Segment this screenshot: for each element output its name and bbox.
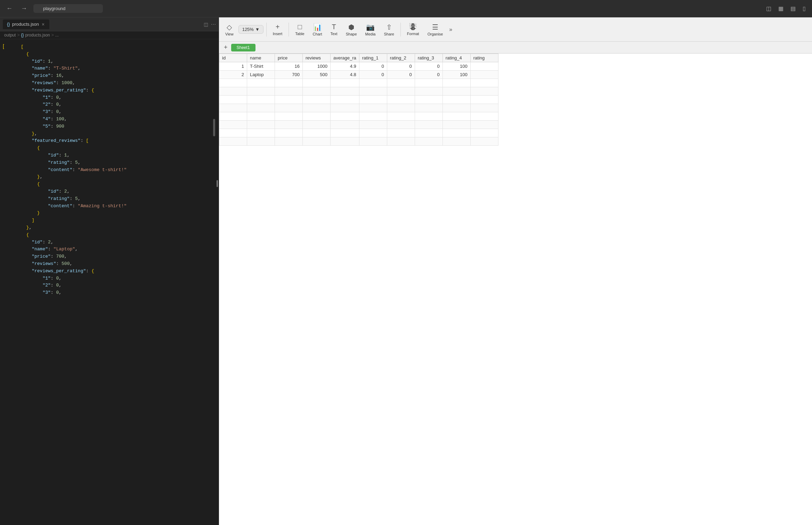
table-cell-empty[interactable]: [442, 79, 470, 87]
table-cell-empty[interactable]: [247, 112, 275, 121]
table-cell-empty[interactable]: [470, 87, 498, 96]
table-cell-empty[interactable]: [442, 104, 470, 112]
table-cell-empty[interactable]: [359, 96, 387, 104]
table-cell-empty[interactable]: [247, 137, 275, 146]
search-input[interactable]: [33, 4, 103, 13]
col-header-price[interactable]: price: [275, 54, 303, 62]
format-toolbar-item[interactable]: ⛇ Format: [404, 21, 423, 38]
table-cell-empty[interactable]: [219, 96, 247, 104]
table-cell-empty[interactable]: [303, 129, 331, 137]
table-cell[interactable]: Laptop: [247, 71, 275, 79]
table-cell-empty[interactable]: [415, 112, 442, 121]
table-cell[interactable]: 500: [303, 71, 331, 79]
more-options-button[interactable]: ⋯: [211, 22, 216, 27]
table-cell-empty[interactable]: [359, 137, 387, 146]
table-cell-empty[interactable]: [275, 121, 303, 129]
table-cell-empty[interactable]: [303, 137, 331, 146]
table-cell-empty[interactable]: [219, 129, 247, 137]
table-cell-empty[interactable]: [331, 129, 359, 137]
table-cell-empty[interactable]: [442, 121, 470, 129]
table-cell-empty[interactable]: [359, 121, 387, 129]
table-cell-empty[interactable]: [303, 104, 331, 112]
table-cell-empty[interactable]: [470, 121, 498, 129]
table-cell-empty[interactable]: [387, 121, 415, 129]
table-cell[interactable]: [470, 71, 498, 79]
table-cell-empty[interactable]: [219, 112, 247, 121]
organise-toolbar-item[interactable]: ☰ Organise: [424, 21, 447, 38]
table-cell-empty[interactable]: [275, 79, 303, 87]
table-cell[interactable]: 100: [442, 62, 470, 71]
text-toolbar-item[interactable]: T Text: [327, 21, 341, 38]
table-cell-empty[interactable]: [387, 96, 415, 104]
table-cell-empty[interactable]: [303, 79, 331, 87]
table-cell[interactable]: [470, 62, 498, 71]
table-cell-empty[interactable]: [387, 87, 415, 96]
table-cell[interactable]: 1: [219, 62, 247, 71]
table-cell-empty[interactable]: [359, 112, 387, 121]
table-cell-empty[interactable]: [331, 79, 359, 87]
table-cell-empty[interactable]: [415, 96, 442, 104]
table-cell-empty[interactable]: [415, 137, 442, 146]
table-cell-empty[interactable]: [247, 121, 275, 129]
table-cell-empty[interactable]: [387, 129, 415, 137]
file-tab[interactable]: {} products.json ×: [3, 19, 49, 29]
table-cell-empty[interactable]: [303, 96, 331, 104]
view-toolbar-item[interactable]: ◇ View: [222, 21, 237, 38]
breadcrumb-output[interactable]: output: [4, 33, 16, 38]
sheet-tab-sheet1[interactable]: Sheet1: [231, 44, 255, 51]
customize-layout-button[interactable]: ▯: [801, 4, 808, 13]
table-cell-empty[interactable]: [275, 112, 303, 121]
table-cell[interactable]: 16: [275, 62, 303, 71]
insert-toolbar-item[interactable]: + Insert: [269, 21, 286, 38]
table-cell-empty[interactable]: [275, 104, 303, 112]
zoom-button[interactable]: 125% ▼: [238, 25, 263, 34]
shape-toolbar-item[interactable]: ⬢ Shape: [342, 21, 360, 38]
table-cell-empty[interactable]: [219, 121, 247, 129]
table-cell-empty[interactable]: [442, 129, 470, 137]
share-toolbar-item[interactable]: ⇧ Share: [380, 21, 397, 38]
table-cell-empty[interactable]: [442, 96, 470, 104]
panel-layout-button[interactable]: ▤: [788, 4, 798, 13]
table-cell-empty[interactable]: [275, 87, 303, 96]
table-toolbar-item[interactable]: □ Table: [292, 21, 308, 38]
col-header-rating-1[interactable]: rating_1: [359, 54, 387, 62]
table-cell[interactable]: 0: [359, 62, 387, 71]
table-cell-empty[interactable]: [415, 121, 442, 129]
more-toolbar-button[interactable]: »: [449, 26, 452, 33]
table-cell-empty[interactable]: [275, 137, 303, 146]
breadcrumb-ellipsis[interactable]: ...: [55, 33, 59, 38]
table-cell[interactable]: 0: [415, 71, 442, 79]
table-cell-empty[interactable]: [387, 112, 415, 121]
table-cell-empty[interactable]: [470, 79, 498, 87]
close-tab-button[interactable]: ×: [41, 22, 45, 27]
col-header-name[interactable]: name: [247, 54, 275, 62]
table-cell-empty[interactable]: [470, 104, 498, 112]
table-cell[interactable]: 100: [442, 71, 470, 79]
spreadsheet-area[interactable]: id name price reviews average_ra rating_…: [219, 54, 812, 525]
back-button[interactable]: ←: [4, 3, 15, 14]
table-cell-empty[interactable]: [219, 104, 247, 112]
table-cell-empty[interactable]: [359, 79, 387, 87]
table-cell[interactable]: 0: [387, 71, 415, 79]
table-cell-empty[interactable]: [219, 79, 247, 87]
table-cell-empty[interactable]: [470, 112, 498, 121]
breadcrumb-filename[interactable]: products.json: [25, 33, 50, 38]
table-cell-empty[interactable]: [275, 129, 303, 137]
col-header-reviews[interactable]: reviews: [303, 54, 331, 62]
table-cell[interactable]: 4.9: [331, 62, 359, 71]
split-view-button[interactable]: ◫: [204, 22, 208, 27]
table-cell-empty[interactable]: [219, 137, 247, 146]
table-cell-empty[interactable]: [387, 104, 415, 112]
table-cell-empty[interactable]: [247, 104, 275, 112]
forward-button[interactable]: →: [19, 3, 29, 14]
col-header-id[interactable]: id: [219, 54, 247, 62]
table-cell-empty[interactable]: [247, 96, 275, 104]
table-cell-empty[interactable]: [415, 79, 442, 87]
table-cell[interactable]: 2: [219, 71, 247, 79]
sidebar-toggle-button[interactable]: ◫: [764, 4, 773, 13]
col-header-rating[interactable]: rating: [470, 54, 498, 62]
table-cell[interactable]: 0: [415, 62, 442, 71]
col-header-average-ra[interactable]: average_ra: [331, 54, 359, 62]
table-cell[interactable]: 0: [387, 62, 415, 71]
table-cell-empty[interactable]: [442, 112, 470, 121]
